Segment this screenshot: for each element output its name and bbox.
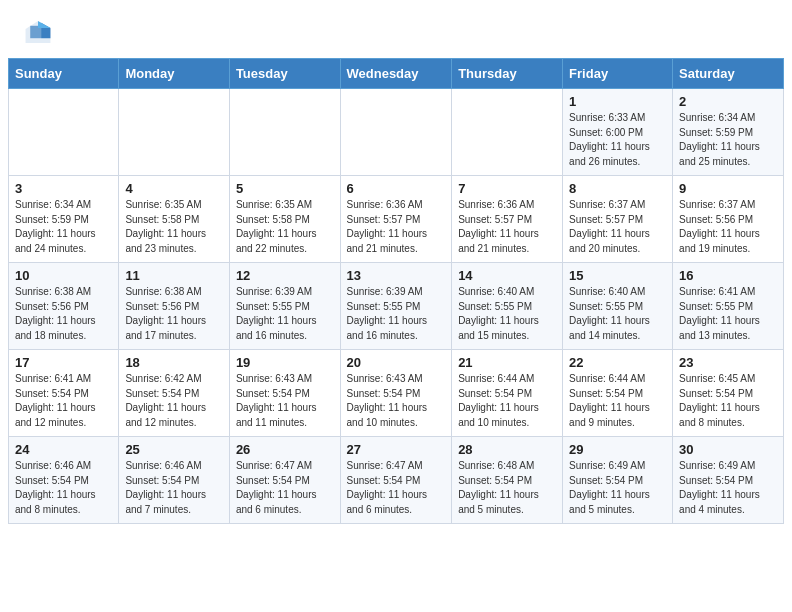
day-info: Sunrise: 6:38 AMSunset: 5:56 PMDaylight:… [15, 285, 112, 343]
header-tuesday: Tuesday [229, 59, 340, 89]
day-number: 20 [347, 355, 446, 370]
day-info: Sunrise: 6:40 AMSunset: 5:55 PMDaylight:… [458, 285, 556, 343]
calendar-cell: 11Sunrise: 6:38 AMSunset: 5:56 PMDayligh… [119, 263, 230, 350]
calendar-cell: 23Sunrise: 6:45 AMSunset: 5:54 PMDayligh… [673, 350, 784, 437]
day-number: 19 [236, 355, 334, 370]
calendar-cell: 16Sunrise: 6:41 AMSunset: 5:55 PMDayligh… [673, 263, 784, 350]
calendar-cell: 12Sunrise: 6:39 AMSunset: 5:55 PMDayligh… [229, 263, 340, 350]
day-info: Sunrise: 6:36 AMSunset: 5:57 PMDaylight:… [347, 198, 446, 256]
calendar-header-row: SundayMondayTuesdayWednesdayThursdayFrid… [9, 59, 784, 89]
calendar-cell: 10Sunrise: 6:38 AMSunset: 5:56 PMDayligh… [9, 263, 119, 350]
day-number: 25 [125, 442, 223, 457]
calendar-cell: 25Sunrise: 6:46 AMSunset: 5:54 PMDayligh… [119, 437, 230, 524]
calendar-cell: 29Sunrise: 6:49 AMSunset: 5:54 PMDayligh… [563, 437, 673, 524]
calendar-cell: 7Sunrise: 6:36 AMSunset: 5:57 PMDaylight… [452, 176, 563, 263]
calendar-cell: 9Sunrise: 6:37 AMSunset: 5:56 PMDaylight… [673, 176, 784, 263]
day-number: 10 [15, 268, 112, 283]
day-info: Sunrise: 6:44 AMSunset: 5:54 PMDaylight:… [458, 372, 556, 430]
calendar-cell: 17Sunrise: 6:41 AMSunset: 5:54 PMDayligh… [9, 350, 119, 437]
day-number: 3 [15, 181, 112, 196]
day-info: Sunrise: 6:39 AMSunset: 5:55 PMDaylight:… [347, 285, 446, 343]
calendar-cell: 1Sunrise: 6:33 AMSunset: 6:00 PMDaylight… [563, 89, 673, 176]
day-number: 7 [458, 181, 556, 196]
calendar-cell [9, 89, 119, 176]
day-number: 29 [569, 442, 666, 457]
day-number: 30 [679, 442, 777, 457]
day-number: 28 [458, 442, 556, 457]
page-header [0, 0, 792, 58]
day-info: Sunrise: 6:41 AMSunset: 5:54 PMDaylight:… [15, 372, 112, 430]
day-info: Sunrise: 6:46 AMSunset: 5:54 PMDaylight:… [15, 459, 112, 517]
day-number: 9 [679, 181, 777, 196]
day-info: Sunrise: 6:34 AMSunset: 5:59 PMDaylight:… [15, 198, 112, 256]
day-info: Sunrise: 6:41 AMSunset: 5:55 PMDaylight:… [679, 285, 777, 343]
day-number: 22 [569, 355, 666, 370]
day-number: 12 [236, 268, 334, 283]
day-number: 8 [569, 181, 666, 196]
calendar-cell: 26Sunrise: 6:47 AMSunset: 5:54 PMDayligh… [229, 437, 340, 524]
svg-marker-3 [38, 21, 50, 28]
day-info: Sunrise: 6:34 AMSunset: 5:59 PMDaylight:… [679, 111, 777, 169]
calendar-cell: 5Sunrise: 6:35 AMSunset: 5:58 PMDaylight… [229, 176, 340, 263]
calendar-cell: 27Sunrise: 6:47 AMSunset: 5:54 PMDayligh… [340, 437, 452, 524]
day-number: 23 [679, 355, 777, 370]
day-number: 11 [125, 268, 223, 283]
day-info: Sunrise: 6:39 AMSunset: 5:55 PMDaylight:… [236, 285, 334, 343]
header-sunday: Sunday [9, 59, 119, 89]
day-info: Sunrise: 6:38 AMSunset: 5:56 PMDaylight:… [125, 285, 223, 343]
day-number: 26 [236, 442, 334, 457]
calendar-cell: 3Sunrise: 6:34 AMSunset: 5:59 PMDaylight… [9, 176, 119, 263]
calendar-cell: 13Sunrise: 6:39 AMSunset: 5:55 PMDayligh… [340, 263, 452, 350]
day-number: 21 [458, 355, 556, 370]
day-info: Sunrise: 6:33 AMSunset: 6:00 PMDaylight:… [569, 111, 666, 169]
calendar-cell: 8Sunrise: 6:37 AMSunset: 5:57 PMDaylight… [563, 176, 673, 263]
day-info: Sunrise: 6:37 AMSunset: 5:57 PMDaylight:… [569, 198, 666, 256]
day-info: Sunrise: 6:45 AMSunset: 5:54 PMDaylight:… [679, 372, 777, 430]
calendar-week-2: 3Sunrise: 6:34 AMSunset: 5:59 PMDaylight… [9, 176, 784, 263]
calendar-cell [229, 89, 340, 176]
day-info: Sunrise: 6:48 AMSunset: 5:54 PMDaylight:… [458, 459, 556, 517]
day-info: Sunrise: 6:47 AMSunset: 5:54 PMDaylight:… [236, 459, 334, 517]
day-info: Sunrise: 6:35 AMSunset: 5:58 PMDaylight:… [125, 198, 223, 256]
calendar-cell: 21Sunrise: 6:44 AMSunset: 5:54 PMDayligh… [452, 350, 563, 437]
calendar-week-5: 24Sunrise: 6:46 AMSunset: 5:54 PMDayligh… [9, 437, 784, 524]
calendar-week-3: 10Sunrise: 6:38 AMSunset: 5:56 PMDayligh… [9, 263, 784, 350]
day-number: 27 [347, 442, 446, 457]
day-number: 13 [347, 268, 446, 283]
calendar-cell: 14Sunrise: 6:40 AMSunset: 5:55 PMDayligh… [452, 263, 563, 350]
calendar-cell: 4Sunrise: 6:35 AMSunset: 5:58 PMDaylight… [119, 176, 230, 263]
header-saturday: Saturday [673, 59, 784, 89]
calendar-week-4: 17Sunrise: 6:41 AMSunset: 5:54 PMDayligh… [9, 350, 784, 437]
header-monday: Monday [119, 59, 230, 89]
day-number: 24 [15, 442, 112, 457]
day-number: 4 [125, 181, 223, 196]
logo-icon [24, 18, 52, 50]
calendar-cell: 28Sunrise: 6:48 AMSunset: 5:54 PMDayligh… [452, 437, 563, 524]
calendar-cell [119, 89, 230, 176]
calendar-cell: 15Sunrise: 6:40 AMSunset: 5:55 PMDayligh… [563, 263, 673, 350]
logo [24, 18, 54, 50]
header-wednesday: Wednesday [340, 59, 452, 89]
day-info: Sunrise: 6:36 AMSunset: 5:57 PMDaylight:… [458, 198, 556, 256]
day-info: Sunrise: 6:42 AMSunset: 5:54 PMDaylight:… [125, 372, 223, 430]
day-info: Sunrise: 6:43 AMSunset: 5:54 PMDaylight:… [347, 372, 446, 430]
calendar-cell: 2Sunrise: 6:34 AMSunset: 5:59 PMDaylight… [673, 89, 784, 176]
day-number: 6 [347, 181, 446, 196]
day-info: Sunrise: 6:44 AMSunset: 5:54 PMDaylight:… [569, 372, 666, 430]
day-info: Sunrise: 6:46 AMSunset: 5:54 PMDaylight:… [125, 459, 223, 517]
day-info: Sunrise: 6:40 AMSunset: 5:55 PMDaylight:… [569, 285, 666, 343]
day-number: 15 [569, 268, 666, 283]
calendar-cell [452, 89, 563, 176]
day-number: 18 [125, 355, 223, 370]
day-number: 2 [679, 94, 777, 109]
day-info: Sunrise: 6:43 AMSunset: 5:54 PMDaylight:… [236, 372, 334, 430]
calendar-cell: 19Sunrise: 6:43 AMSunset: 5:54 PMDayligh… [229, 350, 340, 437]
calendar-cell [340, 89, 452, 176]
calendar-cell: 24Sunrise: 6:46 AMSunset: 5:54 PMDayligh… [9, 437, 119, 524]
day-number: 1 [569, 94, 666, 109]
day-number: 16 [679, 268, 777, 283]
calendar-cell: 18Sunrise: 6:42 AMSunset: 5:54 PMDayligh… [119, 350, 230, 437]
day-info: Sunrise: 6:49 AMSunset: 5:54 PMDaylight:… [679, 459, 777, 517]
calendar-table: SundayMondayTuesdayWednesdayThursdayFrid… [8, 58, 784, 524]
header-thursday: Thursday [452, 59, 563, 89]
